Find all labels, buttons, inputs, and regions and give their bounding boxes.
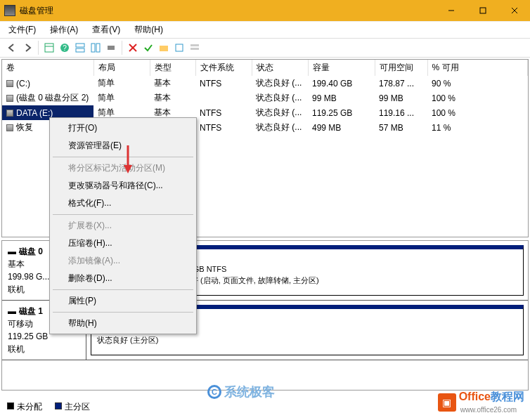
col-type[interactable]: 类型 — [150, 60, 195, 76]
forward-button[interactable] — [21, 41, 34, 54]
legend: 未分配 主分区 — [7, 401, 90, 413]
list-icon[interactable] — [188, 41, 201, 54]
watermark: ▣ Office教程网 www.office26.com — [438, 390, 524, 414]
layout2-icon[interactable] — [89, 41, 102, 54]
svg-rect-12 — [108, 46, 115, 50]
menu-properties[interactable]: 属性(P) — [51, 292, 195, 310]
check-icon[interactable] — [142, 41, 155, 54]
minimize-button[interactable] — [435, 0, 467, 21]
svg-rect-10 — [91, 44, 95, 52]
disk-icon: ▬ — [8, 305, 16, 317]
settings-icon[interactable] — [105, 41, 117, 54]
svg-rect-16 — [176, 44, 183, 51]
col-layout[interactable]: 布局 — [93, 60, 150, 76]
window-title: 磁盘管理 — [20, 5, 53, 17]
disk-icon: ▬ — [8, 245, 16, 258]
back-button[interactable] — [6, 41, 18, 54]
col-volume[interactable]: 卷 — [2, 60, 93, 76]
svg-rect-8 — [76, 44, 84, 47]
drive-icon — [6, 124, 13, 131]
menu-shrink[interactable]: 压缩卷(H)... — [51, 235, 195, 252]
view-icon[interactable] — [43, 41, 56, 54]
menubar: 文件(F) 操作(A) 查看(V) 帮助(H) — [0, 21, 530, 38]
partition[interactable]: (C:) 199.40 GB NTFS 状态良好 (启动, 页面文件, 故障转储… — [161, 245, 524, 296]
menu-format[interactable]: 格式化(F)... — [51, 195, 195, 212]
svg-rect-18 — [190, 48, 199, 50]
svg-marker-20 — [124, 165, 132, 173]
drive-icon — [6, 110, 13, 117]
delete-icon[interactable] — [127, 41, 139, 54]
menu-delete[interactable]: 删除卷(D)... — [51, 270, 195, 287]
svg-rect-11 — [96, 44, 100, 52]
svg-rect-9 — [76, 48, 84, 52]
layout1-icon[interactable] — [74, 41, 86, 54]
menu-file[interactable]: 文件(F) — [6, 22, 39, 37]
menu-change-letter[interactable]: 更改驱动器号和路径(C)... — [51, 177, 195, 195]
col-status[interactable]: 状态 — [252, 60, 308, 76]
menu-action[interactable]: 操作(A) — [47, 22, 81, 37]
help-icon[interactable]: ? — [58, 41, 71, 54]
drive-icon — [6, 80, 13, 87]
titlebar: 磁盘管理 — [0, 0, 530, 21]
svg-text:?: ? — [63, 44, 67, 52]
svg-rect-1 — [480, 8, 486, 13]
table-row[interactable]: (C:) 简单基本NTFS状态良好 (...199.40 GB178.87 ..… — [2, 76, 528, 91]
col-capacity[interactable]: 容量 — [308, 60, 375, 76]
col-free[interactable]: 可用空间 — [375, 60, 427, 76]
app-icon — [4, 5, 15, 16]
close-button[interactable] — [498, 0, 530, 21]
svg-rect-4 — [45, 44, 53, 52]
menu-mirror: 添加镜像(A)... — [51, 252, 195, 270]
menu-help[interactable]: 帮助(H) — [51, 315, 195, 332]
arrow-icon — [121, 144, 135, 175]
col-fs[interactable]: 文件系统 — [195, 60, 252, 76]
col-pct[interactable]: % 可用 — [427, 60, 528, 76]
menu-view[interactable]: 查看(V) — [89, 22, 123, 37]
drive-icon — [6, 95, 13, 102]
menu-help[interactable]: 帮助(H) — [131, 22, 166, 37]
svg-rect-15 — [160, 46, 168, 51]
menu-extend: 扩展卷(X)... — [51, 217, 195, 235]
folder-icon[interactable] — [157, 41, 170, 54]
watermark: C系统极客 — [207, 383, 275, 400]
menu-open[interactable]: 打开(O) — [51, 119, 195, 137]
table-row[interactable]: (磁盘 0 磁盘分区 2) 简单基本状态良好 (...99 MB99 MB100… — [2, 91, 528, 105]
maximize-button[interactable] — [467, 0, 498, 21]
toolbar: ? — [0, 38, 530, 58]
refresh-icon[interactable] — [173, 41, 186, 54]
svg-rect-17 — [190, 44, 199, 46]
